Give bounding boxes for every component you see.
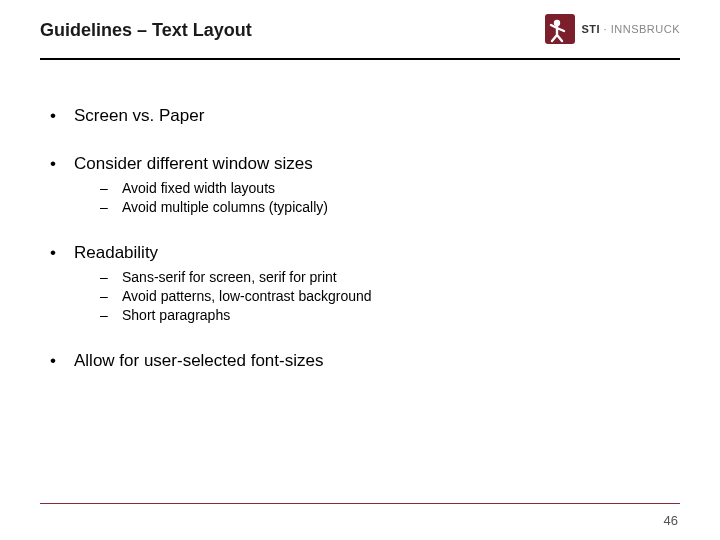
sub-list-item: – Sans-serif for screen, serif for print — [100, 269, 680, 285]
dash-marker: – — [100, 269, 122, 285]
sublist: – Sans-serif for screen, serif for print… — [100, 269, 680, 323]
sub-list-item-text: Short paragraphs — [122, 307, 230, 323]
list-item-text: Consider different window sizes — [74, 154, 313, 174]
sub-list-item: – Short paragraphs — [100, 307, 680, 323]
bullet-marker: • — [50, 243, 74, 263]
bullet-marker: • — [50, 351, 74, 371]
bullet-marker: • — [50, 106, 74, 126]
dash-marker: – — [100, 199, 122, 215]
sub-list-item-text: Avoid multiple columns (typically) — [122, 199, 328, 215]
bullet-marker: • — [50, 154, 74, 174]
sub-list-item: – Avoid patterns, low-contrast backgroun… — [100, 288, 680, 304]
list-item-text: Screen vs. Paper — [74, 106, 204, 126]
brand-text: STI · INNSBRUCK — [581, 23, 680, 35]
list-item: • Consider different window sizes — [50, 154, 680, 174]
list-item-text: Readability — [74, 243, 158, 263]
sti-person-icon — [545, 14, 575, 44]
sub-list-item-text: Sans-serif for screen, serif for print — [122, 269, 337, 285]
footer-divider — [40, 503, 680, 504]
page-number: 46 — [664, 513, 678, 528]
slide-content: • Screen vs. Paper • Consider different … — [0, 60, 720, 371]
list-item-text: Allow for user-selected font-sizes — [74, 351, 323, 371]
sublist: – Avoid fixed width layouts – Avoid mult… — [100, 180, 680, 215]
slide: Guidelines – Text Layout STI · INNSBRUCK… — [0, 0, 720, 540]
sub-list-item: – Avoid fixed width layouts — [100, 180, 680, 196]
dash-marker: – — [100, 180, 122, 196]
sub-list-item-text: Avoid patterns, low-contrast background — [122, 288, 372, 304]
brand-text-light: · INNSBRUCK — [600, 23, 680, 35]
brand-logo: STI · INNSBRUCK — [545, 14, 680, 44]
dash-marker: – — [100, 288, 122, 304]
list-item: • Allow for user-selected font-sizes — [50, 351, 680, 371]
dash-marker: – — [100, 307, 122, 323]
brand-text-bold: STI — [581, 23, 600, 35]
sub-list-item-text: Avoid fixed width layouts — [122, 180, 275, 196]
list-item: • Screen vs. Paper — [50, 106, 680, 126]
slide-header: Guidelines – Text Layout STI · INNSBRUCK — [0, 0, 720, 58]
sub-list-item: – Avoid multiple columns (typically) — [100, 199, 680, 215]
list-item: • Readability — [50, 243, 680, 263]
